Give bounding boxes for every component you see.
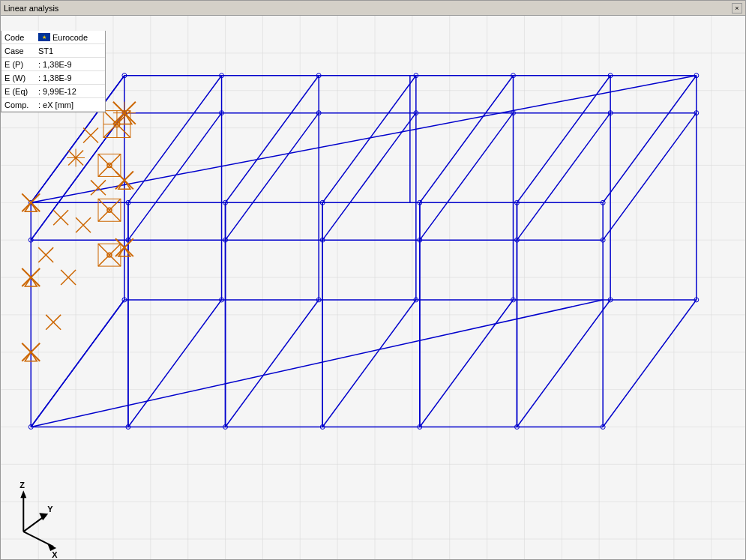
- svg-line-72: [517, 113, 610, 241]
- case-row: Case ST1: [1, 44, 105, 58]
- svg-line-36: [603, 113, 697, 241]
- ew-value: : 1,38E-9: [38, 73, 72, 82]
- comp-row: Comp. : eX [mm]: [1, 98, 105, 112]
- svg-line-85: [322, 300, 416, 427]
- ep-label: E (P): [4, 60, 38, 69]
- main-window: Linear analysis ×: [0, 0, 746, 560]
- svg-line-54: [128, 76, 222, 203]
- comp-label: Comp.: [4, 100, 38, 109]
- svg-line-40: [603, 76, 697, 203]
- svg-line-66: [420, 76, 514, 203]
- svg-line-68: [420, 113, 514, 241]
- case-label: Case: [4, 46, 38, 55]
- svg-line-62: [322, 76, 416, 203]
- svg-line-83: [128, 300, 222, 427]
- svg-line-90: [31, 300, 124, 427]
- title-bar: Linear analysis ×: [1, 1, 745, 16]
- svg-line-86: [420, 300, 514, 427]
- svg-line-56: [128, 113, 222, 241]
- eeq-row: E (Eq) : 9,99E-12: [1, 85, 105, 98]
- svg-line-87: [517, 300, 610, 427]
- comp-value: : eX [mm]: [38, 100, 73, 109]
- close-button[interactable]: ×: [732, 3, 742, 13]
- eeq-label: E (Eq): [4, 87, 38, 96]
- svg-text:Z: Z: [19, 481, 25, 490]
- svg-line-48: [603, 300, 697, 427]
- svg-text:X: X: [52, 550, 58, 559]
- ep-row: E (P) : 1,38E-9: [1, 58, 105, 71]
- case-value: ST1: [38, 46, 53, 55]
- code-row: Code Eurocode: [1, 31, 105, 44]
- svg-line-84: [226, 300, 319, 427]
- eurocode-flag: [38, 33, 50, 41]
- ep-value: : 1,38E-9: [38, 60, 72, 69]
- viewport[interactable]: Z Y X Code Eurocode Case ST1 E (P): [1, 16, 745, 559]
- svg-text:Y: Y: [47, 505, 53, 514]
- code-value: Eurocode: [52, 33, 88, 42]
- code-label: Code: [4, 33, 38, 42]
- ew-label: E (W): [4, 73, 38, 82]
- svg-line-60: [226, 113, 319, 241]
- svg-marker-198: [20, 490, 26, 498]
- ew-row: E (W) : 1,38E-9: [1, 71, 105, 85]
- svg-line-58: [226, 76, 319, 203]
- info-panel: Code Eurocode Case ST1 E (P) : 1,38E-9 E…: [1, 31, 106, 112]
- eeq-value: : 9,99E-12: [38, 87, 76, 96]
- window-title: Linear analysis: [4, 4, 58, 13]
